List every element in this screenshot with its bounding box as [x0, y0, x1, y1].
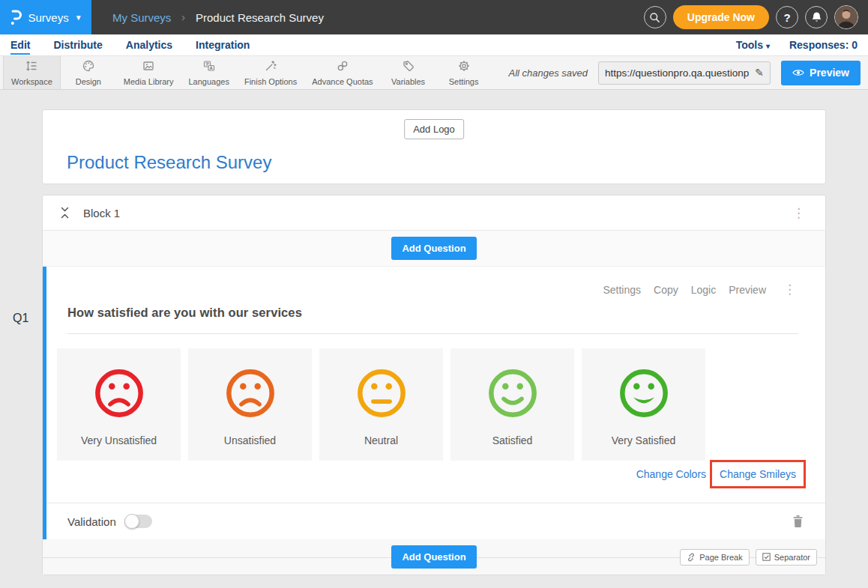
- toolbar-item-variables[interactable]: Variables: [381, 56, 436, 89]
- delete-question-button[interactable]: [792, 514, 804, 529]
- questionpro-logo-icon: [9, 9, 22, 25]
- toolbar-item-media-library[interactable]: Media Library: [116, 56, 181, 89]
- languages-icon: [202, 58, 216, 73]
- question-mark-icon: ?: [783, 11, 790, 24]
- toolbar-item-languages[interactable]: Languages: [181, 56, 236, 89]
- breadcrumb-my-surveys[interactable]: My Surveys: [112, 11, 171, 24]
- page-break-button[interactable]: Page Break: [680, 549, 749, 566]
- tab-edit[interactable]: Edit: [10, 34, 30, 55]
- nav-right: Tools ▾ Responses: 0: [736, 39, 858, 51]
- block-title: Block 1: [83, 207, 120, 219]
- footer-right-buttons: Page Break Separator: [680, 549, 817, 566]
- smiley-option[interactable]: Satisfied: [450, 348, 574, 461]
- avatar-photo: [835, 6, 858, 28]
- change-links: Change Colors Change Smileys: [636, 460, 806, 488]
- breadcrumb: My Surveys › Product Research Survey: [112, 11, 324, 24]
- editor-canvas: Add Logo Product Research Survey Q1 Bloc…: [0, 90, 868, 575]
- eye-icon: [792, 68, 804, 77]
- change-smileys-link[interactable]: Change Smileys: [720, 468, 796, 480]
- question-id-label: Q1: [13, 312, 28, 325]
- collapse-block-icon[interactable]: [61, 207, 69, 219]
- magic-wand-icon: [264, 58, 277, 73]
- toolbar-item-finish-options[interactable]: Finish Options: [237, 56, 304, 89]
- survey-url-value: https://questionpro.qa.questionp: [605, 67, 750, 79]
- question-text-wrap: How satisfied are you with our services: [67, 306, 798, 334]
- smiley-option-label: Neutral: [364, 434, 398, 446]
- editor-toolbar: Workspace Design Media Library Languages…: [0, 55, 868, 90]
- tab-analytics[interactable]: Analytics: [126, 34, 172, 55]
- smiley-option[interactable]: Very Satisfied: [582, 348, 705, 461]
- chain-links-icon: [336, 58, 349, 73]
- toolbar-item-settings[interactable]: Settings: [436, 56, 492, 89]
- block-options-menu-icon[interactable]: ⋮: [789, 205, 809, 221]
- add-question-button-top[interactable]: Add Question: [391, 237, 476, 260]
- notifications-button[interactable]: [805, 6, 828, 28]
- toggle-knob: [124, 514, 139, 529]
- nav-tabs: Edit Distribute Analytics Integration: [10, 34, 250, 55]
- add-question-row-top: Add Question: [43, 231, 825, 267]
- smiley-option[interactable]: Very Unsatisfied: [57, 348, 181, 461]
- survey-title[interactable]: Product Research Survey: [67, 152, 271, 173]
- survey-header-card: Add Logo Product Research Survey: [42, 109, 826, 184]
- annotation-highlight-box: Change Smileys: [710, 460, 806, 488]
- upgrade-now-button[interactable]: Upgrade Now: [673, 5, 769, 29]
- question-text[interactable]: How satisfied are you with our services: [67, 306, 302, 319]
- block-header: Block 1 ⋮: [43, 196, 825, 231]
- toolbar-item-design[interactable]: Design: [61, 56, 116, 89]
- question-actions: Settings Copy Logic Preview ⋮: [603, 282, 800, 297]
- checkbox-checked-icon: [762, 553, 771, 561]
- validation-toggle[interactable]: [124, 515, 152, 528]
- smiley-option-label: Unsatisfied: [224, 434, 276, 446]
- block-footer: Add Question Page Break Separator: [43, 539, 825, 575]
- smiley-option[interactable]: Unsatisfied: [188, 348, 312, 461]
- question-options-menu-icon[interactable]: ⋮: [780, 282, 800, 297]
- chevron-down-icon: ▼: [75, 13, 82, 22]
- validation-row: Validation: [46, 503, 825, 539]
- tab-integration[interactable]: Integration: [196, 34, 250, 55]
- trash-icon: [793, 515, 803, 527]
- top-header: Surveys ▼ My Surveys › Product Research …: [0, 0, 868, 34]
- user-avatar[interactable]: [834, 5, 858, 29]
- add-logo-button[interactable]: Add Logo: [404, 119, 464, 139]
- search-icon: [649, 12, 660, 23]
- toolbar-item-workspace[interactable]: Workspace: [3, 56, 61, 89]
- gear-icon: [457, 58, 471, 73]
- question-logic-link[interactable]: Logic: [691, 284, 716, 296]
- survey-nav: Edit Distribute Analytics Integration To…: [0, 34, 868, 55]
- tools-dropdown[interactable]: Tools ▾: [736, 39, 770, 51]
- smiley-face-icon: [91, 366, 147, 421]
- app-menu-label: Surveys: [28, 11, 68, 24]
- smiley-option-label: Very Unsatisfied: [81, 434, 157, 446]
- smiley-option[interactable]: Neutral: [319, 348, 443, 461]
- survey-url-field[interactable]: https://questionpro.qa.questionp ✎: [598, 61, 771, 85]
- validation-label: Validation: [67, 515, 116, 528]
- tab-distribute[interactable]: Distribute: [53, 34, 102, 55]
- smiley-row: Very UnsatisfiedUnsatisfiedNeutralSatisf…: [57, 348, 705, 461]
- app-logo-menu[interactable]: Surveys ▼: [0, 0, 91, 34]
- smiley-face-icon: [223, 366, 278, 421]
- page-break-icon: [687, 553, 696, 562]
- chevron-down-icon: ▾: [766, 42, 770, 50]
- add-question-button-bottom[interactable]: Add Question: [391, 545, 476, 569]
- question-preview-link[interactable]: Preview: [729, 284, 766, 296]
- block-card: Q1 Block 1 ⋮ Add Question Settings Copy …: [42, 195, 826, 575]
- toolbar-item-advance-quotas[interactable]: Advance Quotas: [304, 56, 380, 89]
- media-library-icon: [142, 58, 155, 73]
- design-palette-icon: [82, 58, 95, 73]
- separator-button[interactable]: Separator: [756, 549, 817, 566]
- help-button[interactable]: ?: [776, 6, 798, 28]
- tag-icon: [402, 58, 415, 73]
- preview-button[interactable]: Preview: [781, 61, 861, 85]
- bell-icon: [811, 11, 822, 23]
- question-copy-link[interactable]: Copy: [654, 284, 678, 296]
- smiley-face-icon: [616, 366, 672, 421]
- change-colors-link[interactable]: Change Colors: [636, 468, 706, 480]
- edit-url-pencil-icon[interactable]: ✎: [755, 67, 764, 79]
- responses-count: Responses: 0: [789, 39, 858, 51]
- search-button[interactable]: [644, 6, 666, 28]
- question-section: Settings Copy Logic Preview ⋮ How satisf…: [43, 267, 825, 539]
- save-status: All changes saved: [509, 67, 588, 79]
- breadcrumb-separator: ›: [181, 11, 185, 23]
- question-settings-link[interactable]: Settings: [603, 284, 641, 296]
- workspace-icon: [25, 58, 38, 73]
